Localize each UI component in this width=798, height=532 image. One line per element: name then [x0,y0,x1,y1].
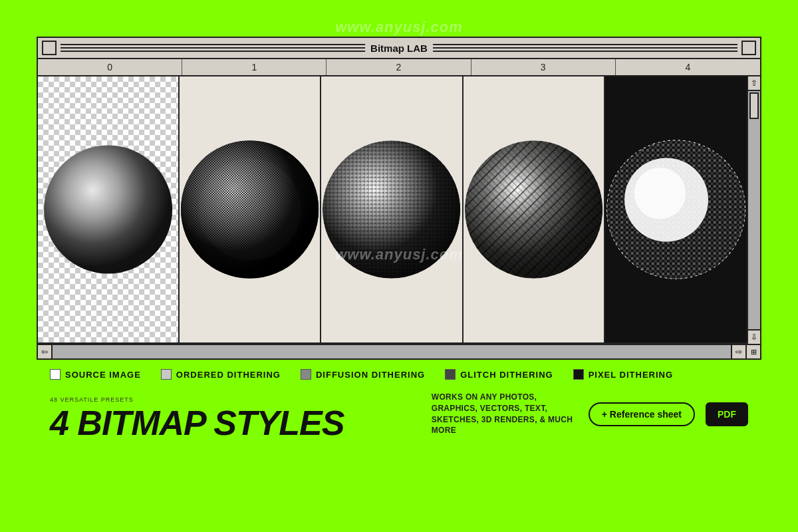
bottom-right-area: WORKS ON ANY PHOTOS, GRAPHICS, VECTORS, … [432,392,748,436]
svg-rect-32 [606,140,745,279]
legend-label-diffusion: DIFFUSION DITHERING [316,370,425,380]
title-line-3 [61,51,395,52]
pixel-dither-svg [605,76,747,342]
col-num-2: 2 [327,59,471,75]
big-title: 4 BITMAP STYLES [50,406,344,440]
image-cell-1 [180,76,321,342]
image-cell-2 [321,76,463,342]
legend-item-pixel: PIXEL DITHERING [573,369,673,380]
image-grid [38,76,747,344]
preset-count-label: 48 VERSATILE PRESETS [50,396,344,403]
title-line-6 [403,51,737,52]
title-line-5 [403,47,737,49]
legend-label-pixel: PIXEL DITHERING [589,370,673,380]
legend-label-glitch: GLITCH DITHERING [460,370,553,380]
title-line-1 [61,44,395,45]
bottom-section: 48 VERSATILE PRESETS 4 BITMAP STYLES WOR… [37,392,761,440]
scroll-left-arrow[interactable]: ⇦ [38,344,53,359]
ordered-dither-svg [180,76,320,342]
window-controls-right [741,41,756,55]
watermark-top: www.anyusj.com [335,19,463,36]
legend-swatch-glitch [445,369,456,380]
scroll-up-arrow[interactable]: ⇧ [748,76,760,91]
legend-label-ordered: ORDERED DITHERING [176,370,281,380]
source-sphere-container [38,76,178,342]
image-area: ⇧ ⇩ [38,76,760,344]
resize-corner[interactable]: ⊞ [745,344,760,359]
window-maximize-btn[interactable] [741,41,756,55]
source-sphere-svg [38,76,178,342]
image-cell-4 [605,76,747,342]
reference-sheet-button[interactable]: + Reference sheet [589,402,695,426]
pdf-button[interactable]: PDF [706,402,748,426]
bitmap-lab-window: Bitmap LAB 0 1 2 3 4 [37,37,761,360]
col-num-0: 0 [38,59,182,75]
works-text: WORKS ON ANY PHOTOS, GRAPHICS, VECTORS, … [432,392,578,436]
legend-item-diffusion: DIFFUSION DITHERING [301,369,425,380]
scroll-right-arrow[interactable]: ⇨ [731,344,745,359]
column-numbers-row: 0 1 2 3 4 [38,59,760,76]
svg-rect-16 [323,140,460,278]
svg-point-0 [44,145,172,273]
vertical-scrollbar[interactable]: ⇧ ⇩ [747,76,760,344]
image-cell-3 [464,76,605,342]
col-num-4: 4 [616,59,760,75]
col-num-3: 3 [471,59,616,75]
legend-swatch-source [50,369,61,380]
scroll-thumb-vertical[interactable] [749,92,759,119]
scroll-track-vertical [748,91,760,329]
window-close-btn[interactable] [42,41,57,55]
legend-item-glitch: GLITCH DITHERING [445,369,553,380]
title-decoration-right [403,44,737,52]
scroll-down-arrow[interactable]: ⇩ [748,329,760,344]
image-cell-0 [38,76,180,342]
glitch-dither-svg [464,76,604,342]
col-num-1: 1 [182,59,327,75]
legend-swatch-ordered [161,369,172,380]
diffusion-dither-svg [321,76,462,342]
svg-rect-9 [181,140,319,278]
scroll-track-horizontal [53,345,731,358]
title-line-2 [61,47,395,49]
legend-item-ordered: ORDERED DITHERING [161,369,281,380]
title-decoration-left [61,44,395,52]
legend-swatch-pixel [573,369,584,380]
main-container: Bitmap LAB 0 1 2 3 4 [37,37,761,495]
legend-label-source: SOURCE IMAGE [65,370,141,380]
title-line-4 [403,44,737,45]
bottom-left: 48 VERSATILE PRESETS 4 BITMAP STYLES [50,396,344,440]
legend-swatch-diffusion [301,369,311,380]
horizontal-scrollbar-row: ⇦ ⇨ ⊞ [38,344,760,358]
legend-item-source: SOURCE IMAGE [50,369,141,380]
window-titlebar: Bitmap LAB [38,38,760,59]
svg-rect-24 [465,140,602,278]
window-title: Bitmap LAB [365,43,433,54]
legend-row: SOURCE IMAGE ORDERED DITHERING DIFFUSION… [37,360,761,389]
